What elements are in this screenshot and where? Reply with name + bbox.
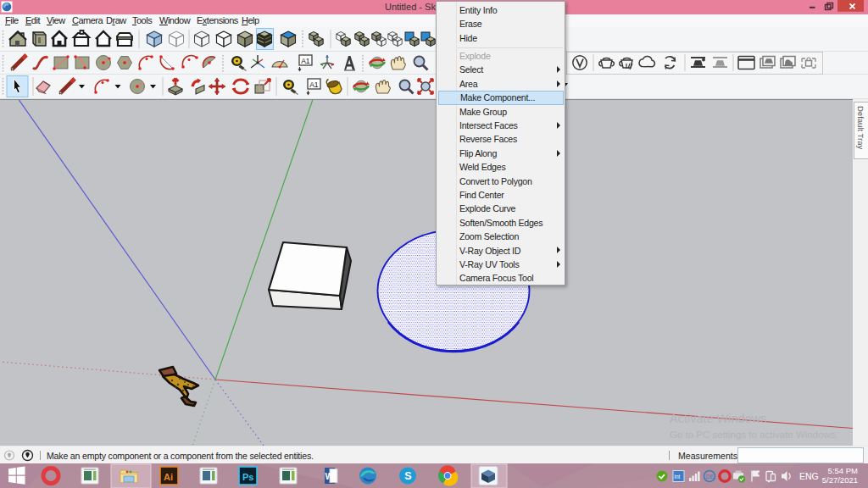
svg-text:DE: DE: [706, 474, 715, 480]
svg-text:W: W: [326, 471, 334, 481]
svg-text:S: S: [404, 470, 411, 482]
svg-text:Activate Windows: Activate Windows: [670, 412, 766, 425]
svg-text:Ps: Ps: [242, 472, 253, 482]
svg-text:5:54 PM: 5:54 PM: [828, 466, 858, 475]
svg-text:ENG: ENG: [799, 471, 819, 481]
svg-text:int: int: [675, 474, 681, 480]
svg-text:Go to PC settings to activate: Go to PC settings to activate Windows.: [670, 430, 838, 440]
svg-text:5/27/2021: 5/27/2021: [822, 475, 858, 485]
svg-text:Ai: Ai: [164, 472, 173, 482]
